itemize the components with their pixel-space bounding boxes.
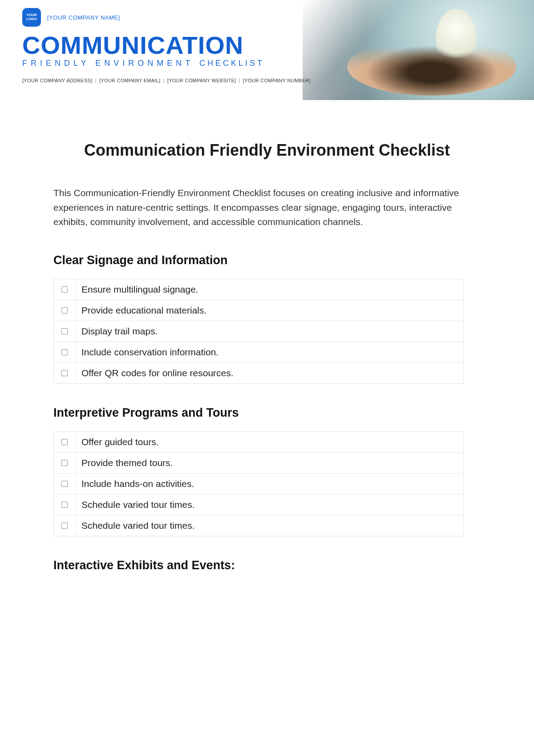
- section-heading-exhibits: Interactive Exhibits and Events:: [53, 559, 481, 572]
- checkbox-cell: [54, 474, 75, 494]
- banner-subtitle-b: CHECKLIST: [199, 59, 264, 68]
- checklist-item-text: Offer guided tours.: [75, 432, 463, 452]
- company-name-placeholder: [YOUR COMPANY NAME]: [47, 14, 120, 21]
- checkbox[interactable]: [61, 328, 68, 334]
- banner-subtitle-a: FRIENDLY ENVIRONMENT: [22, 59, 194, 68]
- intro-paragraph: This Communication-Friendly Environment …: [53, 186, 481, 229]
- banner-content: YOUR LOGO [YOUR COMPANY NAME] COMMUNICAT…: [0, 0, 312, 83]
- checkbox-cell: [54, 300, 75, 321]
- checkbox[interactable]: [61, 523, 68, 529]
- company-address-placeholder: [YOUR COMPANY ADDRESS]: [22, 78, 93, 83]
- header-banner: YOUR LOGO [YOUR COMPANY NAME] COMMUNICAT…: [0, 0, 534, 100]
- checklist-item-text: Schedule varied tour times.: [75, 495, 463, 515]
- checklist-row: Include hands-on activities.: [54, 474, 463, 495]
- checklist-item-text: Display trail maps.: [75, 321, 463, 342]
- checklist-row: Schedule varied tour times.: [54, 495, 463, 515]
- document-body: Communication Friendly Environment Check…: [0, 100, 534, 602]
- checklist-item-text: Schedule varied tour times.: [75, 515, 463, 536]
- checklist-item-text: Include hands-on activities.: [75, 474, 463, 494]
- checklist-signage: Ensure multilingual signage. Provide edu…: [53, 279, 464, 384]
- checkbox-cell: [54, 363, 75, 383]
- checkbox[interactable]: [61, 439, 68, 445]
- company-email-placeholder: [YOUR COMPANY EMAIL]: [99, 78, 161, 83]
- logo-placeholder: YOUR LOGO: [22, 8, 41, 27]
- checkbox[interactable]: [61, 307, 68, 314]
- section-heading-tours: Interpretive Programs and Tours: [53, 406, 481, 420]
- checkbox[interactable]: [61, 481, 68, 487]
- checklist-row: Provide educational materials.: [54, 300, 463, 321]
- checkbox-cell: [54, 342, 75, 362]
- checklist-row: Ensure multilingual signage.: [54, 279, 463, 300]
- checkbox-cell: [54, 432, 75, 452]
- checkbox[interactable]: [61, 460, 68, 466]
- checklist-item-text: Provide educational materials.: [75, 300, 463, 321]
- checklist-row: Offer QR codes for online resources.: [54, 363, 463, 383]
- checkbox-cell: [54, 321, 75, 342]
- logo-row: YOUR LOGO [YOUR COMPANY NAME]: [22, 8, 312, 27]
- checklist-row: Provide themed tours.: [54, 453, 463, 474]
- checkbox-cell: [54, 515, 75, 536]
- checklist-item-text: Ensure multilingual signage.: [75, 279, 463, 300]
- checklist-item-text: Include conservation information.: [75, 342, 463, 362]
- section-heading-signage: Clear Signage and Information: [53, 253, 481, 267]
- company-meta-row: [YOUR COMPANY ADDRESS]|[YOUR COMPANY EMA…: [22, 78, 312, 83]
- checkbox-cell: [54, 495, 75, 515]
- checkbox[interactable]: [61, 286, 68, 293]
- checklist-row: Include conservation information.: [54, 342, 463, 363]
- checkbox[interactable]: [61, 502, 68, 508]
- checkbox[interactable]: [61, 349, 68, 355]
- checkbox-cell: [54, 453, 75, 473]
- checklist-row: Offer guided tours.: [54, 432, 463, 453]
- checklist-row: Display trail maps.: [54, 321, 463, 342]
- banner-title: COMMUNICATION: [22, 33, 312, 58]
- checklist-tours: Offer guided tours. Provide themed tours…: [53, 431, 464, 536]
- checkbox-cell: [54, 279, 75, 300]
- document-title: Communication Friendly Environment Check…: [53, 140, 481, 160]
- checklist-item-text: Offer QR codes for online resources.: [75, 363, 463, 383]
- checklist-row: Schedule varied tour times.: [54, 515, 463, 536]
- hands-soil-image: [347, 38, 516, 96]
- company-number-placeholder: [YOUR COMPANY NUMBER]: [243, 78, 311, 83]
- lightbulb-plant-image: [436, 9, 476, 67]
- checkbox[interactable]: [61, 370, 68, 376]
- company-website-placeholder: [YOUR COMPANY WEBSITE]: [167, 78, 236, 83]
- banner-subtitle: FRIENDLY ENVIRONMENT CHECKLIST: [22, 59, 312, 68]
- checklist-item-text: Provide themed tours.: [75, 453, 463, 473]
